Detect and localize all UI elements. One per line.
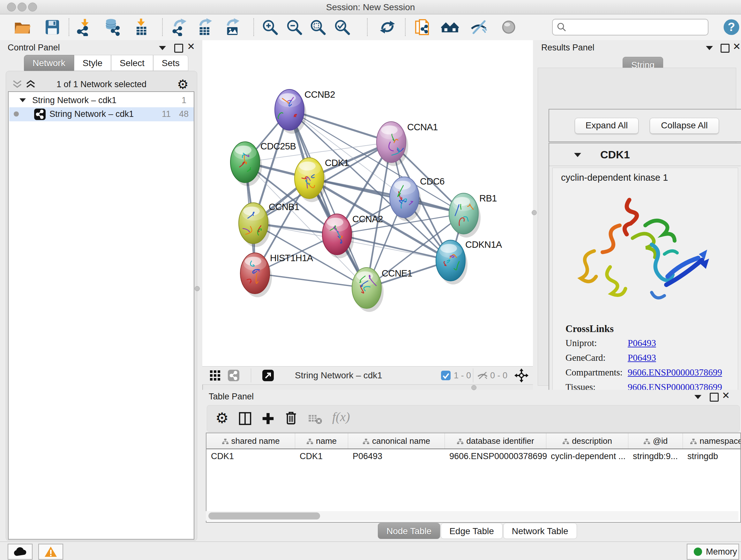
table-hscrollbar[interactable] [206, 511, 738, 521]
network-row[interactable]: String Network – cdk1 11 48 [9, 107, 194, 121]
expand-collapse-box: Expand All Collapse All [549, 109, 741, 142]
show-columns-icon[interactable] [238, 411, 253, 426]
grid-icon[interactable] [210, 370, 221, 381]
import-network-file-icon[interactable] [76, 18, 94, 36]
cell[interactable]: cyclin-dependent ... [546, 449, 628, 463]
cell[interactable]: stringdb:9... [628, 449, 683, 463]
selected-checkbox-icon[interactable] [441, 371, 451, 380]
crosslink-link[interactable]: 9606.ENSP00000378699 [628, 367, 722, 378]
node-CCNE1[interactable] [352, 267, 384, 312]
node-CDKN1A[interactable] [436, 240, 468, 285]
control-panel-title: Control Panel [8, 43, 60, 53]
node-CDC6[interactable] [390, 177, 421, 221]
move-crosshair-icon[interactable] [515, 368, 529, 382]
zoom-fit-icon[interactable] [309, 18, 327, 36]
network-collection-row[interactable]: String Network – cdk1 1 [9, 95, 194, 107]
tab-edge-table[interactable]: Edge Table [441, 523, 502, 539]
protein-collapse-icon[interactable] [574, 153, 581, 157]
cell[interactable]: stringdb [683, 449, 741, 463]
export-image-icon[interactable] [223, 18, 241, 36]
share-network-icon[interactable] [228, 370, 239, 381]
expand-all-button[interactable]: Expand All [575, 118, 638, 134]
tab-select[interactable]: Select [111, 55, 153, 71]
control-panel-close-icon[interactable]: ✕ [187, 41, 195, 52]
column-header-namespace[interactable]: namespace [683, 433, 741, 449]
cell[interactable]: CDK1 [295, 449, 348, 463]
export-table-icon[interactable] [196, 18, 214, 36]
export-network-icon[interactable] [171, 18, 188, 36]
node-RB1[interactable] [449, 193, 481, 238]
network-options-gear-icon[interactable]: ⚙ [177, 77, 189, 91]
node-HIST1H1A[interactable] [240, 253, 272, 297]
collection-count: 1 [182, 96, 186, 105]
tab-style[interactable]: Style [74, 55, 111, 71]
tab-network[interactable]: Network [24, 55, 74, 71]
cell[interactable]: P06493 [348, 449, 445, 463]
cloud-status-button[interactable] [8, 544, 32, 560]
hide-selected-icon[interactable] [470, 18, 488, 36]
show-all-icon[interactable] [500, 18, 518, 36]
table-panel-float-icon[interactable] [710, 393, 719, 401]
refresh-icon[interactable] [379, 18, 396, 36]
control-panel-menu-icon[interactable] [159, 46, 166, 50]
column-header-description[interactable]: description [546, 433, 628, 449]
toolbar-separator [405, 18, 406, 36]
network-canvas[interactable]: CCNB2CCNA1CDC25BCDK1CDC6RB1CCNB1CCNA2CDK… [202, 40, 533, 366]
column-header-databaseidentifier[interactable]: database identifier [445, 433, 546, 449]
cell[interactable]: CDK1 [206, 449, 295, 463]
bottom-splitter-grip[interactable] [471, 385, 476, 390]
open-session-icon[interactable] [13, 18, 31, 36]
import-network-database-icon[interactable] [103, 18, 121, 36]
table-panel-menu-icon[interactable] [694, 395, 701, 399]
search-field [552, 19, 709, 36]
tab-network-table[interactable]: Network Table [503, 523, 577, 539]
left-splitter-grip[interactable] [195, 286, 200, 291]
column-header-id[interactable]: @id [628, 433, 683, 449]
open-in-window-icon[interactable] [262, 370, 274, 381]
collapse-all-button[interactable]: Collapse All [650, 118, 719, 134]
tab-node-table[interactable]: Node Table [378, 523, 440, 539]
zoom-out-icon[interactable] [285, 18, 303, 36]
save-session-icon[interactable] [44, 18, 61, 36]
results-panel-float-icon[interactable] [721, 44, 730, 53]
houses-icon[interactable] [441, 18, 459, 36]
node-CCNB2[interactable] [275, 89, 307, 134]
column-header-name[interactable]: name [295, 433, 348, 449]
zoom-selected-icon[interactable] [333, 18, 351, 36]
help-icon[interactable]: ? [723, 18, 740, 36]
node-label-HIST1H1A: HIST1H1A [270, 253, 313, 263]
table-settings-gear-icon[interactable]: ⚙ [215, 409, 228, 427]
cytoscape-window: Session: New Session ? Control Panel [0, 0, 741, 560]
column-header-canonicalname[interactable]: canonical name [348, 433, 445, 449]
warning-button[interactable] [38, 544, 63, 560]
string-network-graph[interactable]: CCNB2CCNA1CDC25BCDK1CDC6RB1CCNB1CCNA2CDK… [202, 40, 533, 366]
crosslink-link[interactable]: P06493 [628, 338, 656, 348]
protein-details: cyclin-dependent kinase 1 [552, 168, 738, 395]
column-header-sharedname[interactable]: shared name [206, 433, 295, 449]
zoom-in-icon[interactable] [261, 18, 279, 36]
results-panel-close-icon[interactable]: ✕ [733, 41, 741, 52]
cell[interactable]: 9606.ENSP00000378699 [445, 449, 546, 463]
table-panel-title: Table Panel [209, 392, 254, 401]
node-CCNA2[interactable] [322, 214, 354, 258]
table-panel-close-icon[interactable]: ✕ [722, 390, 730, 401]
right-splitter-grip[interactable] [532, 210, 537, 215]
control-panel-float-icon[interactable] [174, 44, 183, 53]
protein-structure-image [572, 187, 712, 315]
memory-button[interactable]: Memory [687, 544, 739, 560]
tab-sets[interactable]: Sets [153, 55, 188, 71]
network-status-dot-icon [14, 111, 19, 117]
collection-expand-icon[interactable] [19, 98, 26, 102]
hscrollbar-thumb[interactable] [208, 512, 320, 519]
network-label: String Network – cdk1 [50, 109, 134, 119]
results-panel-menu-icon[interactable] [706, 46, 713, 50]
import-table-file-icon[interactable] [132, 18, 150, 36]
crosslink-link[interactable]: P06493 [628, 353, 656, 363]
memory-label: Memory [706, 547, 737, 557]
delete-column-icon[interactable] [284, 411, 298, 426]
node-CCNB1[interactable] [239, 203, 270, 247]
search-input[interactable] [570, 21, 705, 33]
warning-icon [44, 546, 57, 557]
new-network-from-selection-icon[interactable] [414, 18, 432, 36]
add-column-icon[interactable] [261, 411, 275, 426]
